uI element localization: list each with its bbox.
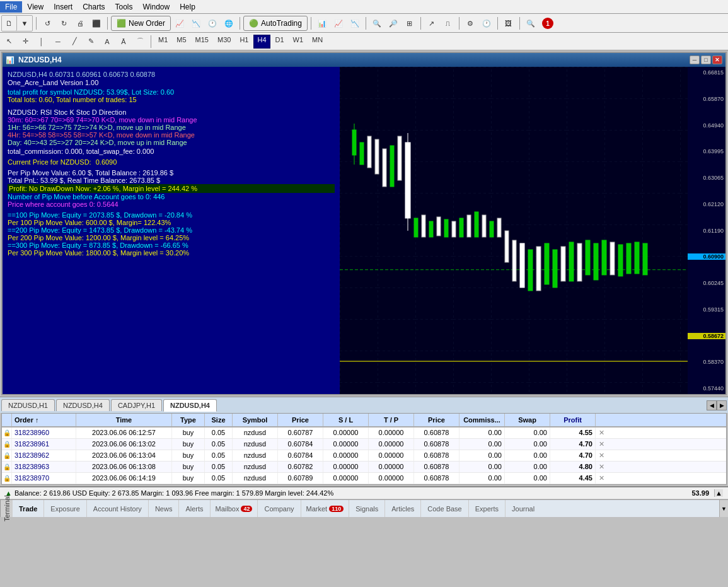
tab-alerts[interactable]: Alerts <box>179 500 210 517</box>
tab-account-history[interactable]: Account History <box>87 500 149 517</box>
tab-company[interactable]: Company <box>258 500 301 517</box>
scroll-right[interactable]: ▲ <box>714 489 723 497</box>
undo-btn[interactable]: ↺ <box>40 16 55 31</box>
menu-charts[interactable]: Charts <box>78 1 110 13</box>
text-btn[interactable]: A <box>100 34 115 49</box>
auto-trading-btn[interactable]: 🟢 AutoTrading <box>243 16 308 31</box>
col-header-tp[interactable]: T / P <box>369 414 414 426</box>
tab-news[interactable]: News <box>149 500 180 517</box>
tab-prev-btn[interactable]: ◀ <box>707 400 717 410</box>
label-btn[interactable]: Ā <box>116 34 131 49</box>
chart-pic-btn[interactable]: 🖼 <box>501 16 516 31</box>
chart-tab-1[interactable]: NZDUSD,H4 <box>56 399 110 411</box>
menu-file[interactable]: File <box>0 1 22 13</box>
col-header-size[interactable]: Size <box>205 414 233 426</box>
col-header-symbol[interactable]: Symbol <box>233 414 278 426</box>
menu-view[interactable]: View <box>22 1 49 13</box>
tab-mailbox[interactable]: Mailbox 42 <box>211 500 258 517</box>
horizontal-line-btn[interactable]: ─ <box>50 34 66 49</box>
col-header-profit[interactable]: Profit <box>550 414 596 426</box>
tab-exposure[interactable]: Exposure <box>44 500 86 517</box>
grid-btn[interactable]: ⊞ <box>402 16 417 31</box>
tf-h1[interactable]: H1 <box>236 35 252 49</box>
tab-code-base[interactable]: Code Base <box>421 500 468 517</box>
row-close-btn[interactable]: ✕ <box>596 473 607 484</box>
open-btn[interactable]: ▼ <box>17 16 32 31</box>
menu-window[interactable]: Window <box>138 1 175 13</box>
col-header-price2[interactable]: Price <box>414 414 459 426</box>
row-close-btn[interactable]: ✕ <box>596 450 607 461</box>
menu-help[interactable]: Help <box>175 1 200 13</box>
globe-btn[interactable]: 🌐 <box>221 16 236 31</box>
indicator2-btn[interactable]: 📈 <box>331 16 346 31</box>
tf-h4[interactable]: H4 <box>253 35 270 49</box>
buy-btn[interactable]: 📈 <box>172 16 187 31</box>
vertical-line-btn[interactable]: │ <box>34 34 49 49</box>
print-btn[interactable]: 🖨 <box>72 16 88 31</box>
row-close-btn[interactable]: ✕ <box>596 439 607 450</box>
terminal-side-label[interactable]: Terminal <box>0 500 13 517</box>
svg-rect-31 <box>536 247 541 291</box>
chart-graph-area[interactable]: 0.66815 0.65870 0.64940 0.63995 0.63065 … <box>340 67 725 394</box>
col-header-price[interactable]: Price <box>278 414 323 426</box>
tf-w1[interactable]: W1 <box>289 35 308 49</box>
zoom-in-btn[interactable]: 🔍 <box>369 16 384 31</box>
tab-trade[interactable]: Trade <box>13 500 44 517</box>
redo-btn[interactable]: ↻ <box>56 16 71 31</box>
chart-minimize-btn[interactable]: ─ <box>690 55 700 64</box>
chart-tab-2[interactable]: CADJPY,H1 <box>111 399 162 411</box>
row-type: buy <box>172 450 205 461</box>
tab-experts[interactable]: Experts <box>469 500 506 517</box>
chart-maximize-btn[interactable]: □ <box>701 55 711 64</box>
indicator3-btn[interactable]: 📉 <box>347 16 362 31</box>
object-btn[interactable]: ⎍ <box>441 16 456 31</box>
tab-articles[interactable]: Articles <box>385 500 421 517</box>
new-order-btn[interactable]: 🟩 New Order <box>111 16 171 31</box>
crosshair-btn[interactable]: ✛ <box>18 34 33 49</box>
col-header-commission[interactable]: Commiss... <box>459 414 505 426</box>
chart-tab-3[interactable]: NZDUSD,H4 <box>163 399 217 412</box>
row-close-btn[interactable]: ✕ <box>596 462 607 472</box>
trendline-btn[interactable]: ↗ <box>424 16 439 31</box>
tf-m1[interactable]: M1 <box>154 35 171 49</box>
tf-m30[interactable]: M30 <box>214 35 234 49</box>
tf-mn[interactable]: MN <box>308 35 326 49</box>
row-close-btn[interactable]: ✕ <box>596 427 607 438</box>
row-order[interactable]: 318238960 <box>12 427 76 438</box>
menu-tools[interactable]: Tools <box>110 1 138 13</box>
tf-d1[interactable]: D1 <box>272 35 288 49</box>
magnify-btn[interactable]: ⬛ <box>89 16 104 31</box>
col-header-sl[interactable]: S / L <box>323 414 369 426</box>
auto-trading-label: AutoTrading <box>261 19 302 28</box>
chart-tab-0[interactable]: NZDUSD,H1 <box>1 399 55 411</box>
chart-close-btn[interactable]: ✕ <box>712 55 722 64</box>
tab-market[interactable]: Market 110 <box>301 500 350 517</box>
row-order[interactable]: 318238970 <box>12 473 76 484</box>
tf-m5[interactable]: M5 <box>173 35 190 49</box>
sell-btn[interactable]: 📉 <box>188 16 204 31</box>
col-header-swap[interactable]: Swap <box>505 414 550 426</box>
new-file-btn[interactable]: 🗋 <box>2 16 17 31</box>
col-header-time[interactable]: Time <box>76 414 172 426</box>
row-order[interactable]: 318238962 <box>12 450 76 461</box>
tab-signals[interactable]: Signals <box>349 500 385 517</box>
bottom-scroll-down[interactable]: ▼ <box>719 500 728 517</box>
menu-insert[interactable]: Insert <box>49 1 78 13</box>
settings-btn[interactable]: ⚙ <box>463 16 478 31</box>
col-header-order[interactable]: Order ↑ <box>12 414 76 426</box>
row-order[interactable]: 318238961 <box>12 439 76 450</box>
history-btn[interactable]: 🕐 <box>205 16 220 31</box>
row-order[interactable]: 318238963 <box>12 462 76 472</box>
tab-next-btn[interactable]: ▶ <box>717 400 727 410</box>
search-btn[interactable]: 🔍 <box>523 16 538 31</box>
clock-btn[interactable]: 🕐 <box>479 16 494 31</box>
col-header-type[interactable]: Type <box>172 414 205 426</box>
draw-tools-btn[interactable]: ✎ <box>83 34 98 49</box>
indicator1-btn[interactable]: 📊 <box>315 16 330 31</box>
zoom-out-btn[interactable]: 🔎 <box>386 16 401 31</box>
fib-btn[interactable]: ⌒ <box>132 34 147 49</box>
cursor-btn[interactable]: ↖ <box>1 34 16 49</box>
tf-m15[interactable]: M15 <box>192 35 212 49</box>
tab-journal[interactable]: Journal <box>506 500 541 517</box>
trend-line-btn[interactable]: ╱ <box>67 34 82 49</box>
